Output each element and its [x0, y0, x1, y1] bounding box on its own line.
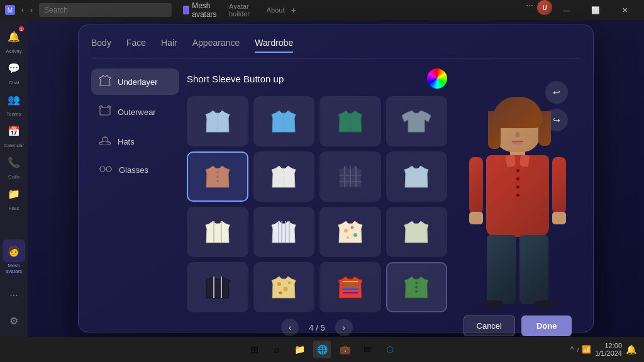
- item-card-11[interactable]: [319, 207, 381, 257]
- taskbar: ⊞ ⌕ 📁 🌐 💼 ✉ ⬡ ^ ♪ 📶 12:00 1/1/2024 🔔: [0, 337, 644, 362]
- nav-arrows: ‹ ›: [19, 4, 35, 16]
- tab-body[interactable]: Body: [91, 38, 111, 53]
- done-button[interactable]: Done: [521, 315, 572, 336]
- sidebar-item-calendar[interactable]: 📅 Calendar: [3, 119, 25, 148]
- avatar-mouth: [512, 141, 523, 145]
- taskbar-center: ⊞ ⌕ 📁 🌐 💼 ✉ ⬡: [245, 341, 399, 358]
- add-tab-button[interactable]: +: [291, 5, 296, 15]
- sidebar-item-calls[interactable]: 📞 Calls: [3, 151, 25, 180]
- sidebar-item-activity[interactable]: 🔔 1 Activity: [3, 25, 25, 54]
- svg-point-11: [216, 175, 219, 178]
- item-card-8[interactable]: [386, 151, 448, 202]
- item-card-6[interactable]: [253, 151, 315, 202]
- tab-wardrobe[interactable]: Wardrobe: [255, 38, 293, 53]
- more-icon: ···: [3, 284, 25, 307]
- sidebar-item-teams[interactable]: 👥 Teams: [3, 88, 25, 117]
- title-bar: M ‹ › Mesh avatars Avatar builder About …: [0, 0, 644, 20]
- item-card-7[interactable]: [319, 151, 381, 202]
- tab-appearance[interactable]: Appearance: [192, 38, 240, 53]
- calendar-label: Calendar: [4, 143, 24, 148]
- item-card-12[interactable]: [386, 207, 448, 257]
- avatar-3d-preview: [464, 96, 571, 309]
- cancel-button[interactable]: Cancel: [464, 315, 515, 336]
- taskbar-right: ^ ♪ 📶 12:00 1/1/2024 🔔: [570, 342, 636, 357]
- underlayer-label: Underlayer: [118, 77, 158, 87]
- item-card-15[interactable]: [319, 262, 381, 312]
- avatar-hand-right: [552, 212, 566, 224]
- taskbar-browser-button[interactable]: 🌐: [313, 341, 331, 358]
- avatar-nose: [516, 132, 519, 137]
- svg-line-6: [111, 168, 112, 169]
- svg-point-32: [284, 287, 288, 292]
- avatar-hand-left: [469, 212, 483, 224]
- category-sidebar: Underlayer Outerwear: [91, 69, 179, 336]
- minimize-button[interactable]: —: [552, 0, 581, 20]
- item-card-14[interactable]: [253, 262, 315, 312]
- svg-point-12: [216, 180, 219, 182]
- tab-face[interactable]: Face: [126, 38, 146, 53]
- category-underlayer[interactable]: Underlayer: [91, 69, 179, 95]
- svg-point-31: [277, 282, 281, 286]
- next-page-button[interactable]: ›: [335, 319, 353, 336]
- app-icon: M: [5, 5, 15, 15]
- action-buttons: Cancel Done: [464, 315, 572, 336]
- item-card-9[interactable]: [187, 207, 248, 257]
- taskbar-notification-button[interactable]: 🔔: [626, 344, 636, 354]
- shirt-button-4: [516, 194, 519, 197]
- page-indicator: 4 / 5: [309, 323, 325, 332]
- outerwear-icon: [99, 105, 111, 119]
- more-options-button[interactable]: ···: [522, 0, 537, 20]
- category-outerwear[interactable]: Outerwear: [91, 99, 179, 125]
- item-card-3[interactable]: [319, 96, 381, 146]
- notification-badge: 1: [19, 26, 24, 31]
- item-card-4[interactable]: [386, 96, 448, 146]
- item-card-13[interactable]: [187, 262, 248, 312]
- search-input[interactable]: [39, 3, 172, 17]
- teams-label: Teams: [6, 111, 21, 117]
- svg-point-3: [106, 167, 111, 172]
- svg-line-5: [99, 168, 100, 169]
- tab1-label: Avatar builder: [229, 3, 259, 18]
- sidebar-item-files[interactable]: 📁 Files: [3, 182, 25, 211]
- tab-strip: Mesh avatars Avatar builder About +: [175, 0, 301, 21]
- item-card-16[interactable]: [386, 262, 448, 312]
- sidebar-item-mesh[interactable]: 🧑 Mesh avatars: [0, 239, 28, 274]
- item-card-5[interactable]: [187, 151, 248, 202]
- app-tab[interactable]: Mesh avatars Avatar builder About +: [178, 0, 301, 21]
- sidebar-item-chat[interactable]: 💬 Chat: [3, 57, 25, 85]
- item-card-10[interactable]: [253, 207, 315, 257]
- modal-body: Underlayer Outerwear: [91, 69, 580, 336]
- item-card-1[interactable]: [187, 96, 248, 146]
- nav-forward-button[interactable]: ›: [28, 4, 35, 16]
- taskbar-explorer-button[interactable]: 📁: [291, 341, 308, 358]
- tab-hair[interactable]: Hair: [161, 38, 177, 53]
- taskbar-search-button[interactable]: ⌕: [268, 341, 286, 358]
- category-hats[interactable]: Hats: [91, 129, 179, 154]
- nav-back-button[interactable]: ‹: [19, 4, 26, 16]
- tab-icon: [183, 6, 189, 14]
- calendar-icon: 📅: [3, 119, 25, 142]
- taskbar-mail-button[interactable]: ✉: [358, 341, 376, 358]
- user-avatar[interactable]: U: [537, 0, 552, 15]
- color-wheel-button[interactable]: [427, 69, 447, 89]
- avatar-leg-right: [519, 235, 548, 304]
- teams-icon: 👥: [3, 88, 25, 111]
- svg-point-34: [288, 282, 291, 284]
- avatar-hair-top: [492, 97, 543, 128]
- category-glasses[interactable]: Glasses: [91, 158, 179, 182]
- item-card-2[interactable]: [253, 96, 315, 146]
- activity-icon: 🔔 1: [3, 25, 25, 48]
- sidebar-item-more[interactable]: ···: [3, 284, 25, 307]
- taskbar-teams-button[interactable]: 💼: [336, 341, 353, 358]
- sidebar-item-settings[interactable]: ⚙: [3, 309, 25, 332]
- prev-page-button[interactable]: ‹: [281, 319, 299, 336]
- restore-button[interactable]: ⬜: [581, 0, 610, 20]
- taskbar-windows-button[interactable]: ⊞: [245, 341, 263, 358]
- left-sidebar: 🔔 1 Activity 💬 Chat 👥 Teams 📅 Calendar 📞…: [0, 20, 28, 337]
- shirt-button-1: [516, 169, 519, 172]
- taskbar-vscode-button[interactable]: ⬡: [381, 341, 399, 358]
- items-grid: [187, 96, 447, 312]
- chat-icon: 💬: [3, 57, 25, 79]
- taskbar-icons: ^ ♪ 📶: [570, 345, 591, 354]
- close-button[interactable]: ✕: [610, 0, 639, 20]
